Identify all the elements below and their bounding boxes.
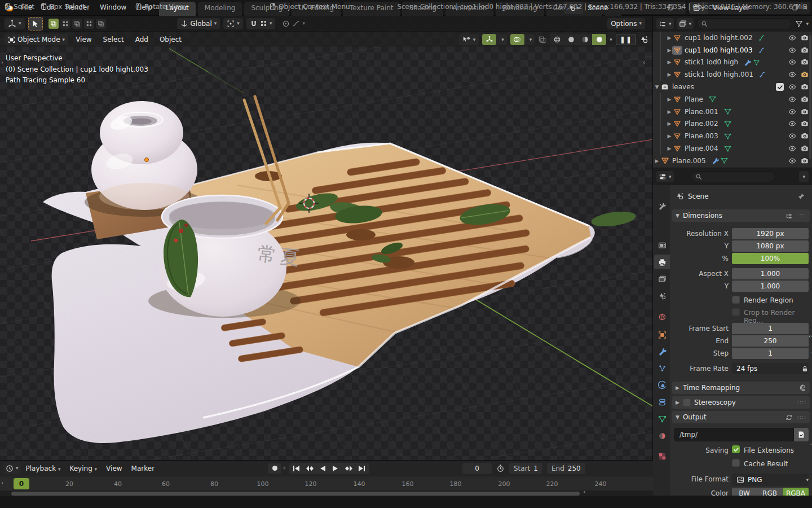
expand-icon[interactable]: ▶ bbox=[667, 59, 672, 65]
tab-view-layer-icon[interactable] bbox=[654, 271, 670, 286]
outliner-item-cup1-lod0-hight-003[interactable]: ▶ cup1 lod0 hight.003 bbox=[653, 44, 812, 56]
cache-result-checkbox[interactable] bbox=[732, 459, 740, 467]
panel-time-remapping-header[interactable]: ▶ Time Remapping bbox=[672, 382, 810, 394]
output-path-field[interactable]: /tmp/ bbox=[674, 428, 794, 441]
keying-set-chevron[interactable]: ▾ bbox=[283, 466, 286, 471]
tab-object-icon[interactable] bbox=[654, 327, 670, 342]
menu-view[interactable]: View bbox=[72, 33, 95, 46]
current-frame-field[interactable]: 0 bbox=[462, 463, 492, 474]
dots-icon[interactable]: ⋯ bbox=[810, 349, 812, 357]
editor-type-button[interactable]: ▾ bbox=[5, 18, 25, 29]
frame-start-field[interactable]: 1 bbox=[732, 323, 809, 334]
object-name[interactable]: Plane.002 bbox=[685, 120, 718, 128]
menu-marker[interactable]: Marker bbox=[127, 462, 158, 475]
outliner-item-plane-003[interactable]: ▶ Plane.003 bbox=[653, 130, 812, 142]
object-name[interactable]: Plane.004 bbox=[685, 144, 718, 152]
resolution-y-field[interactable]: 1080 px bbox=[732, 240, 809, 252]
panel-dimensions-header[interactable]: ▼ Dimensions :::: bbox=[672, 209, 810, 222]
frame-start-field[interactable]: Start 1 bbox=[509, 463, 542, 474]
expand-icon[interactable]: ▶ bbox=[676, 400, 679, 405]
timeline-expand-arrow[interactable]: › bbox=[1, 479, 3, 487]
disable-render-camera-icon[interactable] bbox=[801, 120, 809, 128]
frame-step-field[interactable]: 1 bbox=[732, 348, 809, 359]
outliner-item-leaves-collection[interactable]: ▼ leaves bbox=[653, 81, 812, 93]
magnet-icon[interactable] bbox=[250, 20, 258, 28]
tab-texture-icon[interactable] bbox=[654, 449, 670, 463]
panel-output-header[interactable]: ▼ Output :::: bbox=[672, 411, 810, 423]
frame-end-field[interactable]: End 250 bbox=[547, 463, 585, 474]
frame-end-field[interactable]: 250 bbox=[732, 335, 809, 347]
properties-editor-type-button[interactable]: ▾ bbox=[656, 171, 674, 182]
disable-render-camera-icon[interactable] bbox=[801, 157, 809, 165]
overlays-toggle[interactable]: ▾ bbox=[510, 34, 535, 45]
tab-material-icon[interactable] bbox=[654, 428, 670, 443]
timeline-scrollbar-thumb[interactable] bbox=[11, 492, 580, 496]
shading-solid-icon[interactable] bbox=[564, 34, 578, 45]
object-name[interactable]: stick1 lod0 high bbox=[685, 58, 738, 66]
outliner-item-cup1-lod0-hight-002[interactable]: ▶ cup1 lod0 hight.002 bbox=[653, 32, 812, 44]
tab-modifiers-icon[interactable] bbox=[654, 344, 670, 358]
pin-icon[interactable] bbox=[797, 192, 805, 200]
file-extensions-checkbox[interactable] bbox=[732, 445, 740, 453]
lock-icon[interactable] bbox=[801, 365, 809, 373]
frame-rate-dropdown[interactable]: 24 fps bbox=[732, 363, 809, 374]
breadcrumb-label[interactable]: Scene bbox=[688, 192, 709, 200]
tab-object-data-icon[interactable] bbox=[654, 411, 670, 426]
disable-render-camera-icon[interactable] bbox=[801, 144, 809, 152]
snap-with-icon[interactable] bbox=[260, 20, 267, 27]
select-mode-extend-icon[interactable] bbox=[60, 19, 70, 29]
proportional-edit-icon[interactable] bbox=[282, 20, 290, 28]
expand-icon[interactable]: ▶ bbox=[667, 97, 672, 102]
pause-preview-button[interactable]: ❚❚ bbox=[616, 34, 636, 45]
toolbar-expand-arrow[interactable]: › bbox=[1, 59, 3, 66]
properties-search-input[interactable] bbox=[691, 171, 775, 182]
color-bw-button[interactable]: BW bbox=[732, 488, 757, 496]
menu-add[interactable]: Add bbox=[131, 33, 152, 46]
3d-viewport[interactable]: 常夏 ▾ bbox=[0, 16, 653, 460]
disable-render-camera-icon[interactable] bbox=[801, 83, 809, 91]
tab-output-icon[interactable] bbox=[654, 255, 670, 269]
select-mode-subtract-icon[interactable] bbox=[72, 19, 82, 29]
hide-viewport-eye-icon[interactable] bbox=[788, 120, 796, 128]
disable-render-camera-icon[interactable] bbox=[801, 95, 809, 103]
collection-name[interactable]: leaves bbox=[672, 83, 694, 91]
outliner-item-stick1-lod0-high-001[interactable]: ▶ stick1 lod0 high.001 bbox=[653, 68, 812, 81]
collection-checkbox[interactable] bbox=[776, 83, 784, 91]
object-name[interactable]: cup1 lod0 hight.002 bbox=[685, 34, 753, 42]
outliner-item-stick1-lod0-high[interactable]: ▶ stick1 lod0 high bbox=[653, 56, 812, 69]
snapping-controls[interactable]: ▾ bbox=[246, 18, 276, 29]
outliner-search-input[interactable] bbox=[696, 18, 792, 29]
sidebar-expand-arrow[interactable]: ‹ bbox=[643, 59, 645, 66]
hide-viewport-eye-icon[interactable] bbox=[788, 144, 796, 152]
tab-render-icon[interactable] bbox=[654, 238, 670, 252]
disable-render-camera-icon[interactable] bbox=[801, 46, 809, 54]
expand-icon[interactable]: ▶ bbox=[667, 35, 672, 41]
crop-to-render-region-checkbox[interactable] bbox=[732, 308, 740, 316]
object-visibility-dropdown[interactable]: ▾ bbox=[459, 34, 479, 45]
menu-playback[interactable]: Playback ▾ bbox=[22, 462, 65, 475]
panel-grip-icon[interactable]: :::: bbox=[797, 400, 806, 405]
stereoscopy-checkbox[interactable] bbox=[683, 398, 691, 406]
hide-viewport-eye-icon[interactable] bbox=[788, 46, 796, 54]
expand-icon[interactable]: ▶ bbox=[667, 72, 672, 77]
outliner-item-plane[interactable]: ▶ Plane bbox=[653, 93, 812, 106]
browse-folder-button[interactable] bbox=[794, 428, 809, 441]
outliner-item-plane-005[interactable]: ▶ Plane.005 bbox=[653, 155, 812, 167]
hide-viewport-eye-icon[interactable] bbox=[788, 83, 796, 91]
play-button[interactable] bbox=[330, 463, 342, 474]
panel-grip-icon[interactable]: :::: bbox=[797, 213, 806, 218]
collapse-icon[interactable]: ▼ bbox=[654, 84, 660, 90]
outliner-display-mode-button[interactable]: ▾ bbox=[677, 18, 694, 29]
tab-tool-icon[interactable] bbox=[654, 199, 670, 213]
previous-keyframe-button[interactable] bbox=[304, 463, 316, 474]
disable-render-camera-icon[interactable] bbox=[801, 132, 809, 140]
render-preview-icon[interactable] bbox=[639, 35, 648, 44]
tab-texture-paint[interactable]: Texture Paint bbox=[343, 2, 400, 16]
transform-orientation-dropdown[interactable]: Global ▾ bbox=[177, 18, 220, 29]
timeline-ruler[interactable]: 0 20 40 60 80 100 120 140 160 180 200 22… bbox=[0, 476, 653, 491]
timeline-editor-type-button[interactable]: ▾ bbox=[3, 463, 21, 474]
disable-render-camera-icon[interactable] bbox=[801, 58, 809, 66]
presets-icon[interactable] bbox=[785, 212, 793, 220]
outliner-item-plane-002[interactable]: ▶ Plane.002 bbox=[653, 118, 812, 130]
object-name[interactable]: Plane.005 bbox=[672, 157, 706, 165]
